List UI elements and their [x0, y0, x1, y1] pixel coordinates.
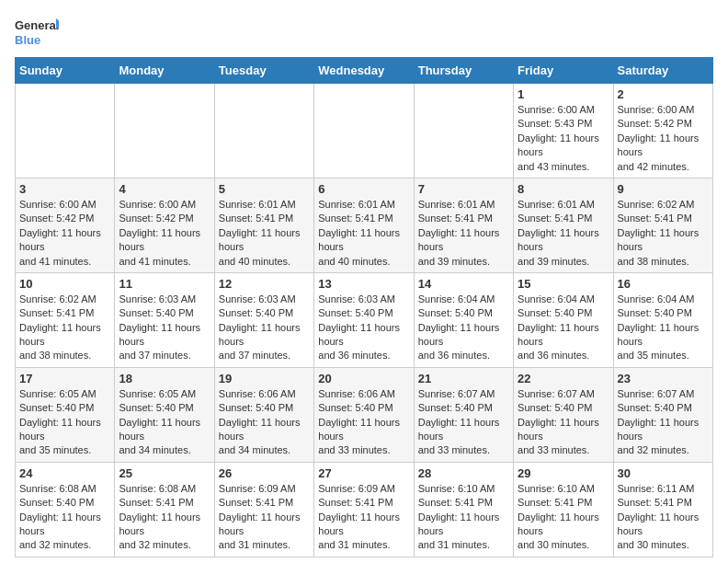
calendar-cell: 5Sunrise: 6:01 AMSunset: 5:41 PMDaylight… [214, 178, 313, 272]
day-info: Sunrise: 6:06 AMSunset: 5:40 PMDaylight:… [318, 387, 409, 458]
calendar-table: SundayMondayTuesdayWednesdayThursdayFrid… [15, 57, 713, 557]
calendar-cell [214, 84, 313, 178]
calendar-cell: 22Sunrise: 6:07 AMSunset: 5:40 PMDayligh… [514, 367, 613, 462]
day-number: 28 [418, 466, 509, 480]
day-number: 15 [518, 277, 609, 291]
calendar-cell: 12Sunrise: 6:03 AMSunset: 5:40 PMDayligh… [214, 272, 313, 367]
calendar-header-thursday: Thursday [414, 58, 513, 84]
calendar-cell: 3Sunrise: 6:00 AMSunset: 5:42 PMDaylight… [16, 178, 115, 272]
day-number: 22 [518, 372, 609, 385]
calendar-cell: 19Sunrise: 6:06 AMSunset: 5:40 PMDayligh… [214, 367, 313, 462]
calendar-cell: 18Sunrise: 6:05 AMSunset: 5:40 PMDayligh… [115, 367, 214, 462]
calendar-week-5: 24Sunrise: 6:08 AMSunset: 5:40 PMDayligh… [16, 462, 713, 557]
day-number: 1 [518, 87, 609, 101]
day-number: 13 [318, 277, 409, 291]
calendar-cell [414, 84, 513, 178]
day-info: Sunrise: 6:09 AMSunset: 5:41 PMDaylight:… [318, 482, 409, 553]
calendar-cell: 15Sunrise: 6:04 AMSunset: 5:40 PMDayligh… [514, 272, 613, 367]
calendar-header-wednesday: Wednesday [314, 58, 414, 84]
day-number: 26 [219, 466, 310, 480]
calendar-header-saturday: Saturday [613, 58, 712, 84]
page-header: General Blue [15, 15, 713, 50]
day-number: 3 [19, 182, 110, 196]
calendar-cell: 7Sunrise: 6:01 AMSunset: 5:41 PMDaylight… [414, 178, 513, 272]
calendar-cell: 16Sunrise: 6:04 AMSunset: 5:40 PMDayligh… [613, 272, 712, 367]
calendar-header-row: SundayMondayTuesdayWednesdayThursdayFrid… [16, 58, 713, 84]
calendar-cell: 17Sunrise: 6:05 AMSunset: 5:40 PMDayligh… [16, 367, 115, 462]
calendar-header-tuesday: Tuesday [214, 58, 313, 84]
day-info: Sunrise: 6:01 AMSunset: 5:41 PMDaylight:… [318, 198, 409, 269]
day-number: 18 [119, 372, 210, 385]
calendar-cell: 28Sunrise: 6:10 AMSunset: 5:41 PMDayligh… [414, 462, 513, 557]
calendar-cell: 4Sunrise: 6:00 AMSunset: 5:42 PMDaylight… [115, 178, 214, 272]
calendar-cell: 25Sunrise: 6:08 AMSunset: 5:41 PMDayligh… [115, 462, 214, 557]
day-number: 30 [618, 466, 709, 480]
day-number: 21 [418, 372, 509, 385]
day-info: Sunrise: 6:02 AMSunset: 5:41 PMDaylight:… [19, 293, 110, 363]
svg-text:Blue: Blue [15, 33, 40, 47]
day-number: 17 [19, 372, 110, 385]
day-info: Sunrise: 6:07 AMSunset: 5:40 PMDaylight:… [618, 387, 709, 458]
calendar-cell: 9Sunrise: 6:02 AMSunset: 5:41 PMDaylight… [613, 178, 712, 272]
calendar-cell: 29Sunrise: 6:10 AMSunset: 5:41 PMDayligh… [514, 462, 613, 557]
calendar-header-monday: Monday [115, 58, 214, 84]
day-number: 14 [418, 277, 509, 291]
day-info: Sunrise: 6:04 AMSunset: 5:40 PMDaylight:… [618, 293, 709, 363]
day-info: Sunrise: 6:00 AMSunset: 5:42 PMDaylight:… [19, 198, 110, 269]
day-info: Sunrise: 6:07 AMSunset: 5:40 PMDaylight:… [518, 387, 609, 458]
calendar-week-1: 1Sunrise: 6:00 AMSunset: 5:43 PMDaylight… [16, 84, 713, 178]
logo: General Blue [15, 15, 59, 50]
day-info: Sunrise: 6:03 AMSunset: 5:40 PMDaylight:… [219, 293, 310, 363]
day-info: Sunrise: 6:01 AMSunset: 5:41 PMDaylight:… [518, 198, 609, 269]
day-number: 20 [318, 372, 409, 385]
day-info: Sunrise: 6:04 AMSunset: 5:40 PMDaylight:… [418, 293, 509, 363]
day-number: 27 [318, 466, 409, 480]
logo-svg: General Blue [15, 15, 59, 50]
calendar-cell [115, 84, 214, 178]
day-info: Sunrise: 6:11 AMSunset: 5:41 PMDaylight:… [618, 482, 709, 553]
calendar-cell: 10Sunrise: 6:02 AMSunset: 5:41 PMDayligh… [16, 272, 115, 367]
calendar-cell: 11Sunrise: 6:03 AMSunset: 5:40 PMDayligh… [115, 272, 214, 367]
day-number: 24 [19, 466, 110, 480]
day-info: Sunrise: 6:05 AMSunset: 5:40 PMDaylight:… [119, 387, 210, 458]
day-info: Sunrise: 6:08 AMSunset: 5:41 PMDaylight:… [119, 482, 210, 553]
day-info: Sunrise: 6:10 AMSunset: 5:41 PMDaylight:… [518, 482, 609, 553]
day-number: 10 [19, 277, 110, 291]
calendar-cell [314, 84, 414, 178]
calendar-cell: 24Sunrise: 6:08 AMSunset: 5:40 PMDayligh… [16, 462, 115, 557]
day-info: Sunrise: 6:09 AMSunset: 5:41 PMDaylight:… [219, 482, 310, 553]
calendar-header-sunday: Sunday [16, 58, 115, 84]
calendar-cell: 1Sunrise: 6:00 AMSunset: 5:43 PMDaylight… [514, 84, 613, 178]
day-number: 29 [518, 466, 609, 480]
calendar-week-2: 3Sunrise: 6:00 AMSunset: 5:42 PMDaylight… [16, 178, 713, 272]
day-info: Sunrise: 6:00 AMSunset: 5:42 PMDaylight:… [618, 103, 709, 174]
day-number: 8 [518, 182, 609, 196]
calendar-cell: 2Sunrise: 6:00 AMSunset: 5:42 PMDaylight… [613, 84, 712, 178]
day-info: Sunrise: 6:04 AMSunset: 5:40 PMDaylight:… [518, 293, 609, 363]
calendar-cell: 23Sunrise: 6:07 AMSunset: 5:40 PMDayligh… [613, 367, 712, 462]
day-number: 2 [618, 87, 709, 101]
day-info: Sunrise: 6:03 AMSunset: 5:40 PMDaylight:… [318, 293, 409, 363]
day-number: 19 [219, 372, 310, 385]
day-number: 7 [418, 182, 509, 196]
day-info: Sunrise: 6:01 AMSunset: 5:41 PMDaylight:… [219, 198, 310, 269]
day-number: 12 [219, 277, 310, 291]
day-info: Sunrise: 6:03 AMSunset: 5:40 PMDaylight:… [119, 293, 210, 363]
day-info: Sunrise: 6:02 AMSunset: 5:41 PMDaylight:… [618, 198, 709, 269]
day-info: Sunrise: 6:05 AMSunset: 5:40 PMDaylight:… [19, 387, 110, 458]
day-info: Sunrise: 6:08 AMSunset: 5:40 PMDaylight:… [19, 482, 110, 553]
day-number: 6 [318, 182, 409, 196]
day-number: 23 [618, 372, 709, 385]
day-info: Sunrise: 6:00 AMSunset: 5:42 PMDaylight:… [119, 198, 210, 269]
calendar-cell: 30Sunrise: 6:11 AMSunset: 5:41 PMDayligh… [613, 462, 712, 557]
calendar-cell [16, 84, 115, 178]
day-info: Sunrise: 6:01 AMSunset: 5:41 PMDaylight:… [418, 198, 509, 269]
svg-text:General: General [15, 18, 59, 32]
calendar-week-4: 17Sunrise: 6:05 AMSunset: 5:40 PMDayligh… [16, 367, 713, 462]
day-number: 4 [119, 182, 210, 196]
calendar-cell: 13Sunrise: 6:03 AMSunset: 5:40 PMDayligh… [314, 272, 414, 367]
day-info: Sunrise: 6:00 AMSunset: 5:43 PMDaylight:… [518, 103, 609, 174]
day-number: 16 [618, 277, 709, 291]
calendar-cell: 27Sunrise: 6:09 AMSunset: 5:41 PMDayligh… [314, 462, 414, 557]
day-info: Sunrise: 6:10 AMSunset: 5:41 PMDaylight:… [418, 482, 509, 553]
